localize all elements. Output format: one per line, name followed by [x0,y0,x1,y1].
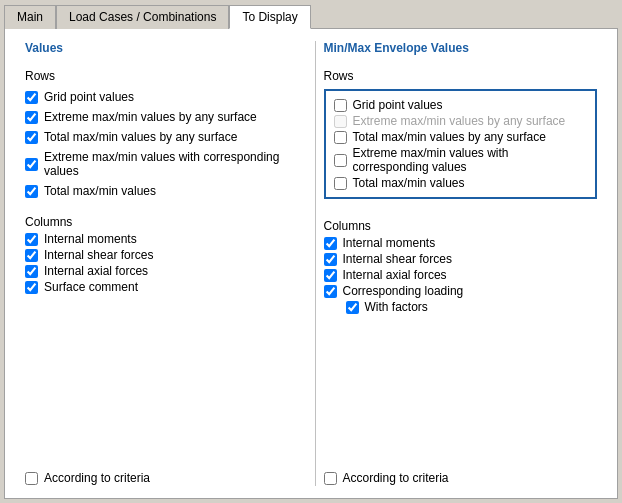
left-rows-label: Rows [25,69,299,83]
right-row-4: Extreme max/min values with correspondin… [334,145,588,175]
right-row-1: Grid point values [334,97,588,113]
left-col-1-checkbox[interactable] [25,233,38,246]
left-row-3-checkbox[interactable] [25,131,38,144]
left-row-1-label[interactable]: Grid point values [44,90,134,104]
left-row-2-checkbox[interactable] [25,111,38,124]
tab-content: Values Rows Grid point values Extreme ma… [4,28,618,499]
left-row-4: Extreme max/min values with correspondin… [25,149,299,179]
right-col-1: Internal moments [324,235,598,251]
right-col-2: Internal shear forces [324,251,598,267]
right-row-5-label[interactable]: Total max/min values [353,176,465,190]
right-col-5-checkbox[interactable] [346,301,359,314]
left-col-4-label[interactable]: Surface comment [44,280,138,294]
right-col-2-label[interactable]: Internal shear forces [343,252,452,266]
right-col-1-label[interactable]: Internal moments [343,236,436,250]
right-criteria-checkbox[interactable] [324,472,337,485]
left-col-2-label[interactable]: Internal shear forces [44,248,153,262]
left-col-2-checkbox[interactable] [25,249,38,262]
right-col-4-label[interactable]: Corresponding loading [343,284,464,298]
left-col-3-checkbox[interactable] [25,265,38,278]
right-row-2: Extreme max/min values by any surface [334,113,588,129]
right-columns-section: Columns Internal moments Internal shear … [324,215,598,315]
right-row-5-checkbox[interactable] [334,177,347,190]
right-row-2-label: Extreme max/min values by any surface [353,114,566,128]
left-row-5-label[interactable]: Total max/min values [44,184,156,198]
left-col-4-checkbox[interactable] [25,281,38,294]
right-criteria-label[interactable]: According to criteria [343,471,449,485]
left-row-2: Extreme max/min values by any surface [25,109,299,125]
right-col-5-label[interactable]: With factors [365,300,428,314]
right-row-3: Total max/min values by any surface [334,129,588,145]
left-col-4: Surface comment [25,279,299,295]
right-col-3-label[interactable]: Internal axial forces [343,268,447,282]
envelope-box: Grid point values Extreme max/min values… [324,89,598,199]
right-criteria-row: According to criteria [324,463,598,486]
right-col-1-checkbox[interactable] [324,237,337,250]
right-col-2-checkbox[interactable] [324,253,337,266]
right-col-4-checkbox[interactable] [324,285,337,298]
left-panel-title: Values [25,41,299,55]
left-row-3: Total max/min values by any surface [25,129,299,145]
left-criteria-checkbox[interactable] [25,472,38,485]
left-col-1: Internal moments [25,231,299,247]
right-row-3-checkbox[interactable] [334,131,347,144]
right-panel: Min/Max Envelope Values Rows Grid point … [316,41,606,486]
left-row-1: Grid point values [25,89,299,105]
right-col-5-nested: With factors [346,299,598,315]
right-columns-label: Columns [324,219,598,233]
right-col-3-checkbox[interactable] [324,269,337,282]
left-row-5-checkbox[interactable] [25,185,38,198]
right-row-2-checkbox [334,115,347,128]
right-row-4-label[interactable]: Extreme max/min values with correspondin… [353,146,588,174]
left-col-1-label[interactable]: Internal moments [44,232,137,246]
right-row-3-label[interactable]: Total max/min values by any surface [353,130,546,144]
left-col-3: Internal axial forces [25,263,299,279]
left-columns-section: Columns Internal moments Internal shear … [25,211,299,295]
left-criteria-label[interactable]: According to criteria [44,471,150,485]
tab-main[interactable]: Main [4,5,56,29]
tab-to-display[interactable]: To Display [229,5,310,29]
right-row-5: Total max/min values [334,175,588,191]
left-row-2-label[interactable]: Extreme max/min values by any surface [44,110,257,124]
right-col-4: Corresponding loading [324,283,598,299]
left-row-4-checkbox[interactable] [25,158,38,171]
left-row-4-label[interactable]: Extreme max/min values with correspondin… [44,150,299,178]
tab-bar: Main Load Cases / Combinations To Displa… [0,0,622,28]
left-col-2: Internal shear forces [25,247,299,263]
left-row-3-label[interactable]: Total max/min values by any surface [44,130,237,144]
right-col-3: Internal axial forces [324,267,598,283]
left-col-3-label[interactable]: Internal axial forces [44,264,148,278]
right-panel-title: Min/Max Envelope Values [324,41,598,55]
right-row-1-checkbox[interactable] [334,99,347,112]
right-row-4-checkbox[interactable] [334,154,347,167]
left-criteria-row: According to criteria [25,463,299,486]
right-rows-label: Rows [324,69,598,83]
left-row-5: Total max/min values [25,183,299,199]
left-panel: Values Rows Grid point values Extreme ma… [17,41,316,486]
left-row-1-checkbox[interactable] [25,91,38,104]
left-columns-label: Columns [25,215,299,229]
tab-load-cases[interactable]: Load Cases / Combinations [56,5,229,29]
main-window: Main Load Cases / Combinations To Displa… [0,0,622,503]
right-row-1-label[interactable]: Grid point values [353,98,443,112]
